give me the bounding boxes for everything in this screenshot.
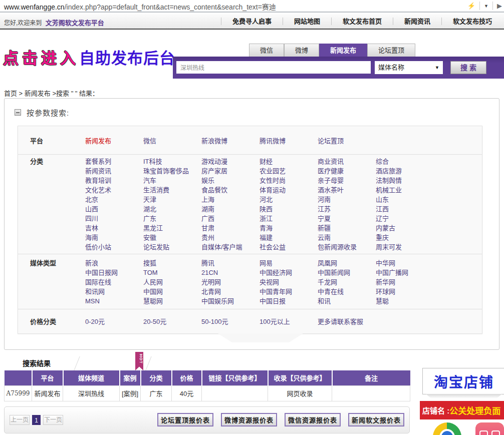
param-link[interactable]: 上海 <box>201 195 260 204</box>
param-link[interactable]: 贵州 <box>201 233 260 242</box>
param-link[interactable]: 天津 <box>143 195 201 204</box>
param-link[interactable]: 浙江 <box>260 214 318 223</box>
table-row[interactable]: A75999新闻发布深圳热线[案例]广东40元网页收录 <box>5 385 410 401</box>
param-link[interactable]: 环球网 <box>376 287 434 296</box>
param-link[interactable]: 新浪微博 <box>201 136 260 146</box>
param-link[interactable]: 教育培训 <box>85 176 143 185</box>
param-link[interactable]: 北京 <box>85 195 143 204</box>
param-link[interactable]: TOM <box>143 268 201 277</box>
param-link[interactable]: 河南 <box>318 195 376 204</box>
param-link[interactable]: 中华网 <box>376 258 434 268</box>
param-link[interactable]: MSN <box>85 296 143 306</box>
param-link[interactable]: 医疗健康 <box>318 166 376 176</box>
chrome-browser-icon[interactable] <box>433 422 461 435</box>
param-link[interactable]: 新闻发布 <box>85 136 143 146</box>
pink-app-icon[interactable] <box>475 422 504 435</box>
next-page-button[interactable]: 下一页 <box>43 415 63 425</box>
param-link[interactable]: 福建 <box>260 233 318 242</box>
param-link[interactable]: 黑龙江 <box>143 223 201 233</box>
enter-backend-banner[interactable]: 点击进入自助发布后台 <box>3 46 175 68</box>
param-link[interactable]: 中国日报 <box>260 296 318 306</box>
search-button[interactable]: 搜索 <box>450 61 486 74</box>
param-link[interactable]: 体育运动 <box>260 185 318 195</box>
param-link[interactable]: 20-50元 <box>143 317 201 326</box>
param-link[interactable]: 广东 <box>143 214 201 223</box>
param-link[interactable]: 生活消费 <box>143 185 201 195</box>
collapse-icon[interactable] <box>15 109 21 116</box>
param-link[interactable]: 文化艺术 <box>85 185 143 195</box>
media-type-select[interactable]: 媒体名称 ▼ <box>375 61 443 74</box>
param-link[interactable]: 0-20元 <box>85 317 143 326</box>
param-link[interactable]: 社会公益 <box>260 242 318 252</box>
param-link[interactable]: 湖南 <box>201 204 260 214</box>
param-link[interactable]: 河北 <box>260 195 318 204</box>
param-link[interactable]: 和讯 <box>318 296 376 306</box>
param-link[interactable]: 海南 <box>85 233 143 242</box>
param-link[interactable]: 腾讯微博 <box>260 136 318 146</box>
param-link[interactable]: 周末可发 <box>376 242 434 252</box>
param-link[interactable]: 腾讯 <box>201 258 260 268</box>
param-link[interactable]: 山西 <box>85 204 143 214</box>
param-link[interactable]: 中国新闻网 <box>318 268 376 277</box>
lightning-icon[interactable]: ⚡ <box>465 2 477 10</box>
param-link[interactable]: 100元以上 <box>260 317 318 326</box>
tab-微信[interactable]: 微信 <box>249 44 284 57</box>
param-link[interactable]: 安徽 <box>143 233 201 242</box>
param-link[interactable]: 珠宝首饰奢侈品 <box>143 166 201 176</box>
param-link[interactable]: 食品餐饮 <box>201 185 260 195</box>
site-name-link[interactable]: 文芳阁软文发布平台 <box>46 19 104 27</box>
param-link[interactable]: 青海 <box>260 223 318 233</box>
param-link[interactable]: 套餐系列 <box>85 157 143 166</box>
param-link[interactable]: 21CN <box>201 268 260 277</box>
param-link[interactable]: 慧聪 <box>376 296 434 306</box>
param-link[interactable]: 中国经济网 <box>260 268 318 277</box>
param-link[interactable]: 汽车 <box>143 176 201 185</box>
param-link[interactable]: 新闻资讯 <box>85 166 143 176</box>
param-link[interactable]: 广西 <box>201 214 260 223</box>
dropdown-arrow-icon[interactable]: ▼ <box>482 4 490 9</box>
forward-icon[interactable]: ▶ <box>495 2 504 10</box>
param-link[interactable]: 新疆 <box>318 223 376 233</box>
param-link[interactable]: 江苏 <box>318 204 376 214</box>
current-page[interactable]: 1 <box>32 415 41 425</box>
param-link[interactable]: 江西 <box>376 204 434 214</box>
param-link[interactable]: 宁夏 <box>318 214 376 223</box>
param-link[interactable]: 山东 <box>376 195 434 204</box>
param-link[interactable]: 慧聪网 <box>143 296 201 306</box>
param-link[interactable]: 自媒体/客户端 <box>201 242 260 252</box>
param-link[interactable]: 更多请联系客服 <box>318 317 376 326</box>
param-link[interactable]: 和讯网 <box>85 287 143 296</box>
param-link[interactable]: 中国网 <box>143 287 201 296</box>
param-link[interactable]: 商业资讯 <box>318 157 376 166</box>
param-link[interactable]: 综合 <box>376 157 434 166</box>
results-tab[interactable]: 搜索结果 <box>23 356 51 370</box>
param-link[interactable]: 酒水茶叶 <box>318 185 376 195</box>
param-link[interactable]: 法制舆情 <box>376 176 434 185</box>
top-link-2[interactable]: 软文发布首页 <box>331 18 393 25</box>
param-link[interactable]: 低价小站 <box>85 242 143 252</box>
param-link[interactable]: 女性时尚 <box>260 176 318 185</box>
price-button-1[interactable]: 微博资源报价表 <box>221 413 277 426</box>
price-button-3[interactable]: 新闻软文报价表 <box>348 413 404 426</box>
top-link-3[interactable]: 新闻资讯 <box>393 18 441 25</box>
param-link[interactable]: 云南 <box>318 233 376 242</box>
param-link[interactable]: 千龙网 <box>318 277 376 287</box>
param-link[interactable]: 包新闻源收录 <box>318 242 376 252</box>
param-link[interactable]: 机械工业 <box>376 185 434 195</box>
param-link[interactable]: IT科技 <box>143 157 201 166</box>
url-text[interactable]: www.wenfangge.cn/index.php?app=default_f… <box>4 2 276 12</box>
param-link[interactable]: 搜狐 <box>143 258 201 268</box>
param-link[interactable]: 中国娱乐网 <box>201 296 260 306</box>
param-link[interactable]: 论坛发贴 <box>143 242 201 252</box>
price-button-2[interactable]: 微信资源报价表 <box>285 413 341 426</box>
param-link[interactable]: 房产家居 <box>201 166 260 176</box>
tab-论坛置顶[interactable]: 论坛置顶 <box>367 44 415 57</box>
param-link[interactable]: 50-100元 <box>201 317 260 326</box>
param-link[interactable]: 央视网 <box>260 277 318 287</box>
param-link[interactable]: 中国日报网 <box>85 268 143 277</box>
param-link[interactable]: 四川 <box>85 214 143 223</box>
top-link-0[interactable]: 免费寻人启事 <box>221 18 283 25</box>
param-link[interactable]: 中国青年网 <box>260 287 318 296</box>
param-link[interactable]: 凤凰网 <box>318 258 376 268</box>
search-input[interactable] <box>176 61 371 74</box>
